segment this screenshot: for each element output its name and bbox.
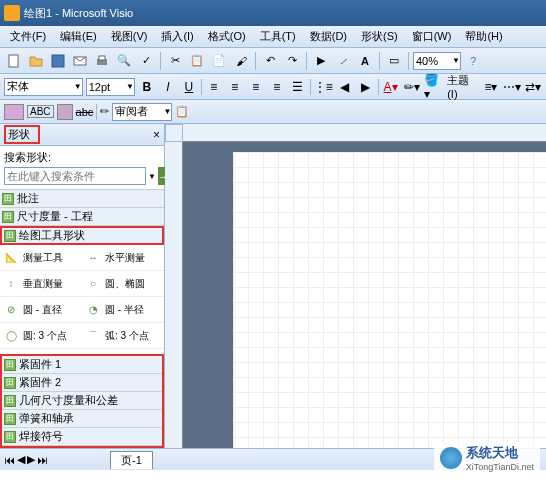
font-color-button[interactable]: A▾: [382, 78, 400, 96]
review-toolbar: ABC abc ✏ 审阅者▼ 📋: [0, 100, 546, 124]
rectangle-tool-button[interactable]: ▭: [384, 51, 404, 71]
shape-arc-3pt[interactable]: ⌒弧: 3 个点: [82, 323, 164, 348]
title-bar: 绘图1 - Microsoft Visio: [0, 0, 546, 26]
nav-first-button[interactable]: ⏮: [4, 454, 15, 466]
bullets-button[interactable]: ⋮≡: [314, 78, 333, 96]
shape-measure-tool[interactable]: 📐测量工具: [0, 245, 82, 270]
align-justify-button[interactable]: ≡: [268, 78, 286, 96]
shape-circle-ellipse[interactable]: ○圆、椭圆: [82, 271, 164, 296]
search-section: 搜索形状: ▼ →: [0, 146, 164, 190]
menu-file[interactable]: 文件(F): [4, 27, 52, 46]
align-left-button[interactable]: ≡: [205, 78, 223, 96]
circle-d-icon: ⊘: [2, 301, 20, 319]
pointer-tool-button[interactable]: ▶: [311, 51, 331, 71]
horizontal-ruler[interactable]: [183, 124, 546, 142]
svg-rect-1: [52, 55, 64, 67]
window-title: 绘图1 - Microsoft Visio: [24, 6, 133, 21]
category-fasteners-2[interactable]: 田紧固件 2: [2, 374, 162, 392]
bold-button[interactable]: B: [138, 78, 156, 96]
strike-button[interactable]: abc: [76, 106, 94, 118]
new-button[interactable]: [4, 51, 24, 71]
nav-next-button[interactable]: ▶: [27, 453, 35, 466]
menu-format[interactable]: 格式(O): [202, 27, 252, 46]
category-dimensioning[interactable]: 田尺寸度量 - 工程: [0, 208, 164, 226]
menu-edit[interactable]: 编辑(E): [54, 27, 103, 46]
menu-view[interactable]: 视图(V): [105, 27, 154, 46]
panel-title: 形状: [4, 125, 40, 144]
zoom-dropdown[interactable]: 40%▼: [413, 52, 461, 70]
help-button[interactable]: ?: [463, 51, 483, 71]
category-geometric-tolerance[interactable]: 田几何尺寸度量和公差: [2, 392, 162, 410]
align-center-button[interactable]: ≡: [226, 78, 244, 96]
line-ends-button[interactable]: ⇄▾: [524, 78, 542, 96]
paste-button[interactable]: 📄: [209, 51, 229, 71]
undo-button[interactable]: ↶: [260, 51, 280, 71]
text-abc-button[interactable]: ABC: [27, 105, 54, 118]
text-tool-button[interactable]: A: [355, 51, 375, 71]
ruler-corner: [165, 124, 183, 142]
nav-last-button[interactable]: ⏭: [37, 454, 48, 466]
shape-circle-radius[interactable]: ◔圆 - 半径: [82, 297, 164, 322]
shape-horizontal-measure[interactable]: ↔水平测量: [82, 245, 164, 270]
preview-button[interactable]: 🔍: [114, 51, 134, 71]
reviewer-dropdown[interactable]: 审阅者▼: [112, 103, 172, 121]
distribute-button[interactable]: ☰: [289, 78, 307, 96]
menu-data[interactable]: 数据(D): [304, 27, 353, 46]
cut-button[interactable]: ✂: [165, 51, 185, 71]
category-fasteners-1[interactable]: 田紧固件 1: [2, 356, 162, 374]
shapes-grid: 📐测量工具↔水平测量 ↕垂直测量○圆、椭圆 ⊘圆 - 直径◔圆 - 半径 ◯圆:…: [0, 245, 164, 354]
print-button[interactable]: [92, 51, 112, 71]
menu-help[interactable]: 帮助(H): [459, 27, 508, 46]
font-dropdown[interactable]: 宋体▼: [4, 78, 83, 96]
menu-shape[interactable]: 形状(S): [355, 27, 404, 46]
line-pattern-button[interactable]: ⋯▾: [503, 78, 521, 96]
mail-button[interactable]: [70, 51, 90, 71]
category-annotations[interactable]: 田批注: [0, 190, 164, 208]
copy-button[interactable]: 📋: [187, 51, 207, 71]
canvas-viewport[interactable]: [183, 142, 546, 448]
shape-vertical-measure[interactable]: ↕垂直测量: [0, 271, 82, 296]
theme-button[interactable]: 主题(I): [447, 78, 479, 96]
nav-prev-button[interactable]: ◀: [17, 453, 25, 466]
circle-3pt-icon: ◯: [2, 327, 20, 345]
track-button[interactable]: 📋: [175, 105, 189, 118]
drawing-page[interactable]: [233, 152, 546, 448]
open-button[interactable]: [26, 51, 46, 71]
color-swatch[interactable]: [4, 104, 24, 120]
panel-header: 形状 ×: [0, 124, 164, 146]
search-dropdown-icon[interactable]: ▼: [148, 167, 156, 185]
category-drawing-tools[interactable]: 田绘图工具形状: [0, 226, 164, 245]
line-color-button[interactable]: ✏▾: [403, 78, 421, 96]
line-weight-button[interactable]: ≡▾: [482, 78, 500, 96]
watermark: 系统天地 XiTongTianDi.net: [434, 442, 540, 474]
increase-indent-button[interactable]: ▶: [357, 78, 375, 96]
menu-tools[interactable]: 工具(T): [254, 27, 302, 46]
format-painter-button[interactable]: 🖌: [231, 51, 251, 71]
underline-button[interactable]: U: [180, 78, 198, 96]
connector-tool-button[interactable]: ⟋: [333, 51, 353, 71]
h-measure-icon: ↔: [84, 249, 102, 267]
spelling-button[interactable]: ✓: [136, 51, 156, 71]
highlight-swatch[interactable]: [57, 104, 73, 120]
size-dropdown[interactable]: 12pt▼: [86, 78, 135, 96]
redo-button[interactable]: ↷: [282, 51, 302, 71]
panel-close-button[interactable]: ×: [153, 128, 160, 142]
italic-button[interactable]: I: [159, 78, 177, 96]
shape-circle-diameter[interactable]: ⊘圆 - 直径: [0, 297, 82, 322]
menu-bar: 文件(F) 编辑(E) 视图(V) 插入(I) 格式(O) 工具(T) 数据(D…: [0, 26, 546, 48]
menu-insert[interactable]: 插入(I): [155, 27, 199, 46]
arc-3pt-icon: ⌒: [84, 327, 102, 345]
menu-window[interactable]: 窗口(W): [406, 27, 458, 46]
ink-button[interactable]: ✏: [100, 105, 109, 118]
align-right-button[interactable]: ≡: [247, 78, 265, 96]
save-button[interactable]: [48, 51, 68, 71]
category-welding[interactable]: 田焊接符号: [2, 428, 162, 446]
shape-circle-3pt[interactable]: ◯圆: 3 个点: [0, 323, 82, 348]
shapes-panel: 形状 × 搜索形状: ▼ → 田批注 田尺寸度量 - 工程 田绘图工具形状 📐测…: [0, 124, 165, 448]
decrease-indent-button[interactable]: ◀: [336, 78, 354, 96]
category-springs-bearings[interactable]: 田弹簧和轴承: [2, 410, 162, 428]
fill-color-button[interactable]: 🪣▾: [424, 78, 445, 96]
page-tab[interactable]: 页-1: [110, 451, 153, 469]
search-input[interactable]: [4, 167, 146, 185]
vertical-ruler[interactable]: [165, 142, 183, 448]
